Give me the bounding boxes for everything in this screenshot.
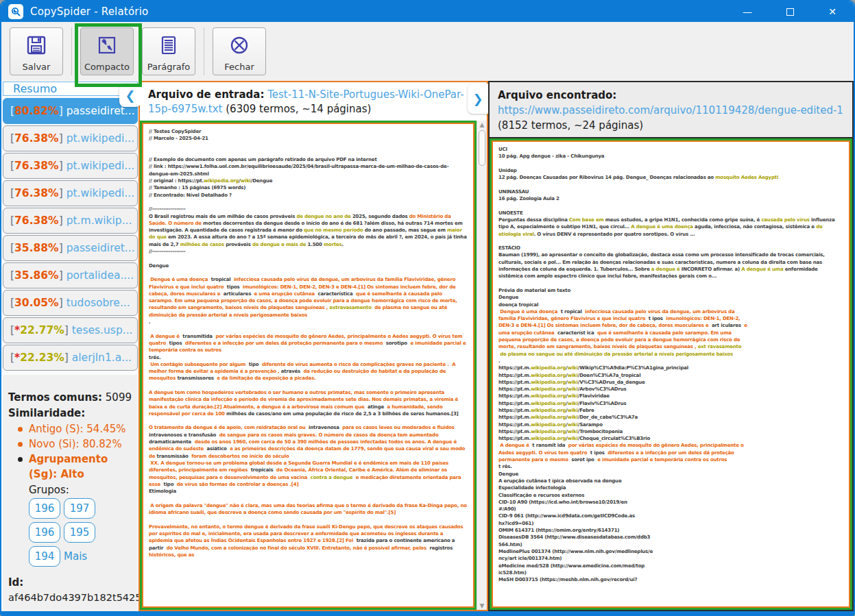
agrupamento-value: Agrupamento (Sg): Alto	[29, 452, 132, 482]
similarity-item[interactable]: [*22.77%]teses.usp...	[3, 317, 138, 343]
found-file-url[interactable]: https://www.passeidireto.com/arquivo/110…	[498, 103, 844, 118]
matched-text-segment: wikipedia.org	[531, 408, 566, 413]
matched-text-segment: extravasamento	[329, 305, 373, 310]
matched-text-segment: wikipedia.org	[531, 429, 566, 434]
similarity-item[interactable]: [30.05%]tudosobre...	[3, 290, 138, 316]
matched-text-segment: wikipedia.org	[204, 178, 239, 184]
input-file-meta: (6309 termos, ~14 páginas)	[223, 103, 372, 115]
text-segment: dramaticamente	[149, 439, 193, 445]
bullet-icon	[18, 427, 23, 432]
matched-text-segment: Com base em	[569, 217, 605, 223]
matched-text-segment: wiki	[568, 373, 578, 378]
input-scrollbar[interactable]: ▲ ▼	[477, 121, 487, 610]
matched-text-segment: Um contágio subsequente por algum	[149, 362, 247, 367]
grupos-label: Grupos:	[8, 482, 132, 498]
text-segment: /Wikip%C3%A9dia:P%C3%A1gina_principal	[578, 365, 688, 371]
text-segment: /Choque_circulat%C3%B3rio	[578, 436, 650, 441]
similarity-item[interactable]: [80.82%]passeidiret...	[3, 98, 138, 124]
text-segment: tropical	[209, 277, 232, 282]
text-segment: t ipos	[647, 316, 664, 321]
text-segment: Etimologia	[149, 489, 176, 494]
text-segment: UCI 10 pág. Apg dengue - zika - Chikungu…	[498, 147, 715, 180]
text-segment: característica	[316, 291, 354, 297]
text-segment: https://pt.m.	[498, 373, 531, 378]
close-button[interactable]: ✕	[811, 1, 854, 22]
similarity-item[interactable]: [76.38%]pt.m.wikip...	[3, 208, 138, 234]
similaridade-label: Similaridade:	[8, 406, 132, 421]
fechar-label: Fechar	[224, 62, 254, 72]
matched-text-segment: wikipedia.org	[531, 373, 566, 378]
text-segment: transmissão	[157, 454, 190, 459]
text-segment: 1.500	[308, 242, 324, 247]
group-button[interactable]: 196	[29, 522, 60, 543]
novo-value: Novo (Si): 80.82%	[29, 436, 122, 452]
minimize-button[interactable]: —	[726, 1, 769, 22]
salvar-button[interactable]: Salvar	[10, 27, 63, 75]
maximize-icon	[786, 8, 794, 16]
text-segment: transmitida	[181, 334, 214, 339]
matched-text-segment: de dengue no ano de	[296, 214, 352, 219]
text-segment: .	[498, 358, 500, 364]
scrollbar-thumb[interactable]	[479, 130, 485, 166]
matched-text-segment: wiki	[568, 408, 578, 413]
text-segment: https://pt.m.	[498, 386, 531, 392]
text-segment: https://pt.m.	[498, 415, 531, 420]
text-segment: t ropical	[559, 309, 583, 315]
text-segment: três.	[149, 355, 160, 360]
group-button[interactable]: 195	[64, 522, 95, 543]
text-segment: sorot ipo	[570, 457, 596, 463]
matched-text-segment: wikipedia.org	[531, 380, 566, 385]
paragrafo-button[interactable]: Parágrafo	[142, 27, 195, 75]
text-segment: tipo	[162, 482, 175, 487]
matched-text-segment: wiki	[568, 401, 578, 406]
maximize-button[interactable]	[769, 1, 811, 22]
group-button[interactable]: 194	[29, 546, 60, 567]
collapse-sidebar-button[interactable]: ❮	[119, 84, 141, 107]
expand-panel-button[interactable]: ❯	[468, 84, 488, 114]
fechar-button[interactable]: Fechar	[213, 27, 266, 75]
matched-text-segment: wiki	[568, 380, 578, 385]
similarity-item[interactable]: [76.38%]pt.wikipedi...	[3, 180, 138, 206]
text-segment: t ipos	[589, 450, 606, 456]
text-segment: registros	[428, 545, 454, 551]
text-segment: meus estudos, a gripe H1N1, conhecida co…	[605, 217, 762, 223]
matched-text-segment: wiki	[241, 178, 251, 184]
antigo-value: Antigo (S): 54.45%	[29, 421, 126, 436]
compacto-button[interactable]: Compacto	[80, 27, 134, 75]
matched-text-segment: mortes	[324, 242, 342, 247]
similarity-item[interactable]: [*22.23%]alerjln1.a...	[3, 345, 138, 371]
group-button[interactable]: 197	[64, 498, 95, 519]
text-segment: INCORRETO afirmar. a)	[682, 267, 741, 272]
text-segment: enfermidade sistêmica com amplo espectro…	[498, 267, 819, 307]
matched-text-segment: de vírus são formas de controlar a doenç…	[176, 482, 299, 487]
matched-text-segment: wiki	[568, 393, 578, 399]
text-segment: sorotipo	[385, 341, 409, 346]
text-segment: intravenosos e transfusão	[149, 432, 217, 438]
text-segment: art iculares	[710, 323, 743, 328]
text-segment: .	[149, 319, 150, 325]
input-document-text: // Testes CopySpider // Marcelo - 2025-0…	[149, 128, 468, 558]
similarity-item[interactable]: [35.88%]passeidiret...	[3, 235, 138, 261]
matched-text-segment: wiki	[568, 429, 578, 434]
text-segment: /Febre	[578, 408, 594, 413]
matched-text-segment: de dengue e mais de	[252, 242, 308, 247]
salvar-label: Salvar	[23, 62, 51, 72]
text-segment: /Dengue // Tamanho : 15 páginas (6975 wo…	[149, 178, 296, 219]
text-segment: tropicais	[249, 467, 274, 473]
matched-text-segment: wikipedia.org	[531, 365, 566, 371]
matched-text-segment: wiki	[568, 365, 578, 371]
mais-link[interactable]: Mais	[64, 550, 87, 563]
bullet-icon	[18, 442, 23, 447]
matched-text-segment: causada pelo vírus	[761, 217, 811, 223]
similarity-item[interactable]: [35.86%]portalidea....	[3, 262, 138, 288]
resumo-label: Resumo	[13, 82, 57, 95]
scroll-down-icon[interactable]: ▼	[477, 602, 487, 609]
text-segment: /Arbov%C3%ADrus	[578, 386, 627, 392]
paragrafo-label: Parágrafo	[147, 62, 191, 72]
text-segment: /Dor_de_cabe%C3%A7a	[578, 415, 638, 420]
similarity-item[interactable]: [76.38%]pt.wikipedi...	[3, 125, 138, 151]
similarity-item[interactable]: [76.38%]pt.wikipedi...	[3, 153, 138, 179]
termos-comuns-value: 5099	[106, 391, 132, 404]
scroll-up-icon[interactable]: ▲	[477, 121, 487, 128]
group-button[interactable]: 196	[29, 498, 60, 519]
